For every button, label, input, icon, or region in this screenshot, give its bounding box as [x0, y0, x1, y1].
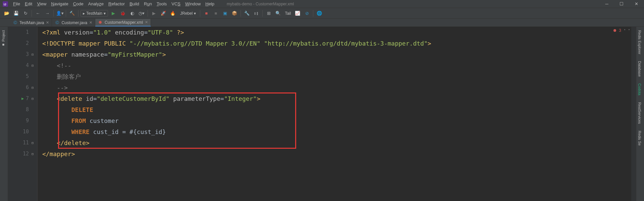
run-config-label: TestMain — [86, 11, 102, 16]
fold-open-icon[interactable]: ⊟ — [32, 49, 34, 60]
menu-file[interactable]: File — [11, 0, 22, 8]
jrebel-label: JRebel — [180, 11, 193, 16]
window-close[interactable]: ✕ — [634, 1, 639, 6]
line-number: 4 — [15, 60, 29, 71]
run-gutter-icon[interactable]: ▶ — [21, 93, 24, 104]
menu-help[interactable]: Help — [203, 0, 217, 8]
tab-label: CustomerMapper.xml — [105, 20, 143, 25]
fold-close-icon[interactable]: ⊟ — [32, 148, 34, 159]
line-number: 12 — [15, 148, 29, 159]
menu-analyze[interactable]: Analyze — [86, 0, 106, 8]
coverage-icon[interactable]: ◐ — [128, 9, 136, 17]
back-icon[interactable]: ← — [34, 9, 42, 17]
disable-icon[interactable]: ⊘ — [303, 9, 311, 17]
separator — [262, 10, 263, 17]
tab-customer[interactable]: Ⓒ Customer.java ✕ — [52, 19, 95, 26]
open-icon[interactable]: 📂 — [3, 9, 11, 17]
structure-icon[interactable]: ⫾⫿ — [252, 9, 260, 17]
line-number: 2 — [15, 38, 29, 49]
chevron-down-icon[interactable]: ˅ — [628, 29, 630, 32]
line-number: 3 — [15, 49, 29, 60]
menu-edit[interactable]: Edit — [22, 0, 35, 8]
jrebel-dropdown[interactable]: JRebel ▾ — [178, 10, 198, 16]
separator — [66, 10, 66, 17]
refresh-icon[interactable]: ↻ — [21, 9, 30, 17]
jrebel-icon[interactable]: 🚀 — [159, 9, 167, 17]
redis-se-button[interactable]: Redis Se — [636, 127, 643, 149]
run-config-icon: ▸ — [83, 11, 85, 16]
line-number: 6 — [15, 82, 29, 93]
separator — [313, 10, 313, 17]
window-minimize[interactable]: ─ — [604, 1, 609, 6]
line-number: 9 — [15, 115, 29, 126]
menu-refactor[interactable]: Refactor — [106, 0, 127, 8]
error-dot-icon — [613, 29, 616, 32]
tab-customermapper[interactable]: ⬣ CustomerMapper.xml ✕ — [95, 19, 151, 26]
grid-icon[interactable]: ⊞ — [265, 9, 273, 17]
stop2-icon[interactable]: ■ — [212, 9, 220, 17]
debug-icon[interactable]: 🐞 — [119, 9, 127, 17]
menu-view[interactable]: View — [35, 0, 49, 8]
run-icon[interactable]: ▶ — [109, 9, 117, 17]
separator — [78, 10, 78, 17]
separator — [240, 10, 241, 17]
separator — [32, 10, 32, 17]
window-maximize[interactable]: ☐ — [619, 1, 624, 6]
project-label: Project — [1, 30, 5, 42]
redis-explorer-button[interactable]: Redis Explorer — [636, 27, 643, 58]
app-icon: IJ — [3, 1, 8, 7]
line-number: 8 — [15, 104, 29, 115]
hammer-icon[interactable]: 🔨 — [68, 9, 76, 17]
menu-build[interactable]: Build — [127, 0, 142, 8]
menu-run[interactable]: Run — [142, 0, 154, 8]
class-icon: Ⓒ — [13, 20, 17, 25]
profile-icon[interactable]: ◷▾ — [138, 9, 146, 17]
translate-icon[interactable]: 🌐 — [315, 9, 323, 17]
menu-vcs[interactable]: VCS — [169, 0, 183, 8]
tab-testmain[interactable]: Ⓒ TestMain.java ✕ — [10, 19, 52, 26]
mapper-icon: ⬣ — [98, 20, 103, 25]
tail-label[interactable]: Tail — [283, 11, 292, 16]
chevron-up-icon[interactable]: ˄ — [624, 29, 626, 32]
fold-close-icon[interactable]: ⊟ — [32, 137, 34, 148]
avatar-icon[interactable]: 👤▾ — [56, 9, 64, 17]
search-icon[interactable]: 🔍 — [274, 9, 282, 17]
line-number: 11 — [15, 137, 29, 148]
svg-text:IJ: IJ — [4, 3, 6, 6]
save-icon[interactable]: 💾 — [12, 9, 20, 17]
stop-icon[interactable]: ■ — [202, 9, 210, 17]
tab-label: Customer.java — [61, 20, 87, 25]
error-stripe — [631, 27, 636, 201]
window-title: mybatis-demo - CustomerMapper.xml — [227, 2, 294, 6]
menu-tools[interactable]: Tools — [154, 0, 169, 8]
fold-close-icon[interactable]: ⊟ — [32, 82, 34, 93]
tab-label: TestMain.java — [19, 20, 44, 25]
menu-code[interactable]: Code — [71, 0, 86, 8]
database-button[interactable]: Database — [636, 58, 643, 80]
forward-icon[interactable]: → — [43, 9, 51, 17]
box-icon[interactable]: 📦 — [230, 9, 238, 17]
close-icon[interactable]: ✕ — [46, 20, 49, 25]
project-icon: ■ — [1, 43, 5, 47]
layers-icon[interactable]: ▣ — [221, 9, 229, 17]
restservices-button[interactable]: RestServices — [636, 99, 643, 127]
menu-window[interactable]: Window — [183, 0, 203, 8]
wrench-icon[interactable]: 🔧 — [243, 9, 251, 17]
menu-navigate[interactable]: Navigate — [49, 0, 70, 8]
chart-icon[interactable]: 📈 — [293, 9, 302, 17]
line-number: 1 — [15, 27, 29, 38]
close-icon[interactable]: ✕ — [145, 20, 148, 24]
class-icon: Ⓒ — [55, 20, 59, 25]
close-icon[interactable]: ✕ — [89, 20, 92, 25]
fold-open-icon[interactable]: ⊟ — [32, 93, 34, 104]
run-config-dropdown[interactable]: ▸ TestMain ▾ — [80, 10, 108, 17]
project-tool-button[interactable]: ■ Project — [0, 27, 7, 50]
run-right-icon[interactable]: ▶ — [150, 9, 158, 17]
editor-area[interactable]: 3 ˄ ˅ 1 <?xml version="1.0" encoding="UT… — [8, 27, 636, 201]
separator — [200, 10, 200, 17]
code-content[interactable]: 1 <?xml version="1.0" encoding="UTF-8" ?… — [38, 27, 631, 201]
chevron-down-icon: ▾ — [104, 11, 106, 16]
fold-open-icon[interactable]: ⊟ — [32, 60, 34, 71]
codota-button[interactable]: Codota — [636, 80, 643, 98]
jrebel2-icon[interactable]: 🔥 — [169, 9, 177, 17]
